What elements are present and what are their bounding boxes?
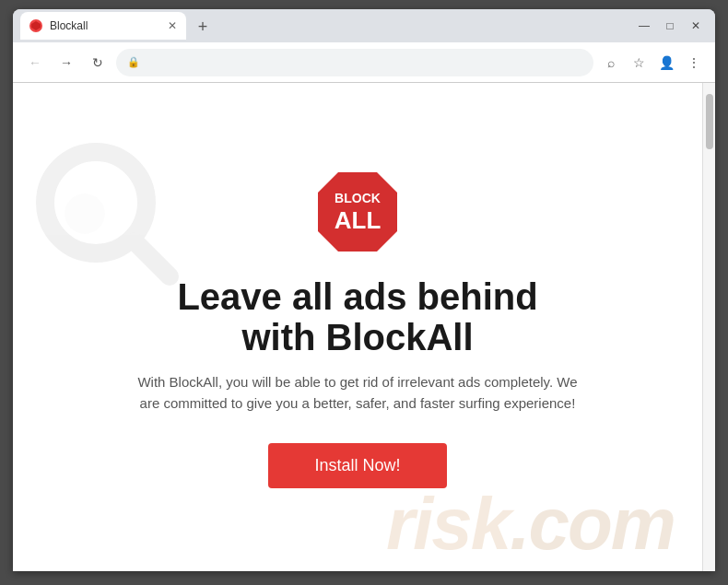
svg-marker-0	[31, 21, 41, 30]
profile-icon[interactable]: 👤	[654, 51, 678, 75]
nav-actions: ⌕ ☆ 👤 ⋮	[599, 51, 706, 75]
window-controls: — □ ✕	[632, 17, 708, 35]
bookmark-icon[interactable]: ☆	[627, 51, 651, 75]
page-area: risk.com BLOCK ALL Leave all ads behind …	[13, 83, 715, 571]
forward-button[interactable]: →	[53, 50, 79, 76]
back-button[interactable]: ←	[22, 50, 48, 76]
install-now-button[interactable]: Install Now!	[268, 443, 446, 488]
navigation-bar: ← → ↻ 🔒 ⌕ ☆ 👤 ⋮	[13, 42, 715, 83]
svg-text:BLOCK: BLOCK	[335, 191, 381, 205]
browser-window: Blockall ✕ + — □ ✕ ← → ↻ 🔒 ⌕ ☆ 👤 ⋮	[13, 9, 715, 571]
new-tab-button[interactable]: +	[190, 14, 216, 40]
tab-favicon	[29, 19, 42, 32]
heading-line2: with BlockAll	[241, 317, 473, 357]
tab-close-button[interactable]: ✕	[168, 19, 177, 32]
active-tab[interactable]: Blockall ✕	[20, 12, 186, 40]
title-bar: Blockall ✕ + — □ ✕	[13, 9, 715, 42]
page-inner: BLOCK ALL Leave all ads behind with Bloc…	[109, 147, 606, 507]
search-icon[interactable]: ⌕	[599, 51, 623, 75]
scrollbar-track[interactable]	[702, 83, 715, 571]
lock-icon: 🔒	[127, 56, 140, 68]
svg-point-3	[65, 193, 105, 234]
close-button[interactable]: ✕	[684, 17, 708, 35]
heading-line1: Leave all ads behind	[177, 276, 537, 317]
address-bar[interactable]: 🔒	[116, 49, 593, 76]
minimize-button[interactable]: —	[632, 17, 656, 35]
tab-bar: Blockall ✕ +	[20, 12, 625, 40]
page-content: risk.com BLOCK ALL Leave all ads behind …	[13, 83, 702, 571]
blockall-logo: BLOCK ALL	[311, 166, 404, 258]
main-heading: Leave all ads behind with BlockAll	[177, 276, 537, 357]
menu-icon[interactable]: ⋮	[682, 51, 706, 75]
sub-text: With BlockAll, you will be able to get r…	[127, 372, 588, 414]
maximize-button[interactable]: □	[658, 17, 682, 35]
tab-title: Blockall	[50, 19, 88, 32]
refresh-button[interactable]: ↻	[85, 50, 111, 76]
svg-text:ALL: ALL	[335, 206, 382, 234]
scrollbar-thumb[interactable]	[706, 94, 713, 149]
